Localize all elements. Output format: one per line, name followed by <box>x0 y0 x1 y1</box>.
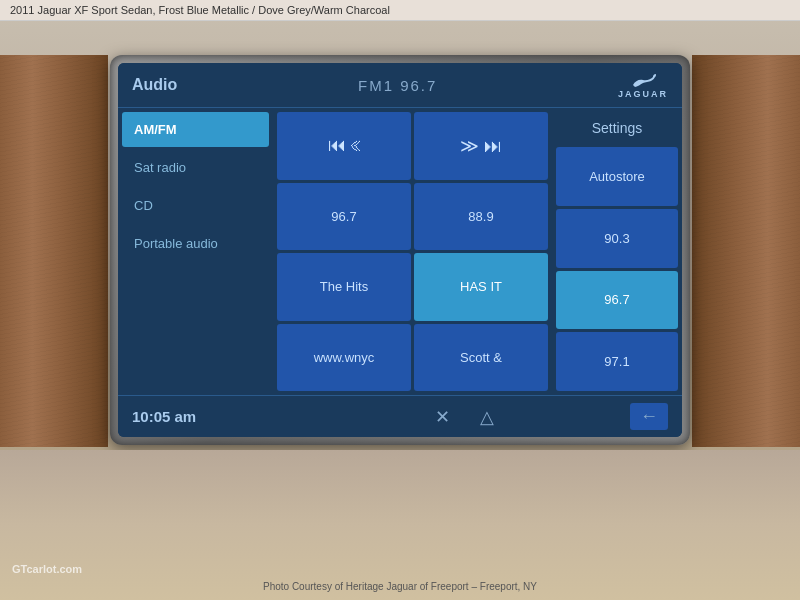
tools-icon[interactable]: ✕ <box>435 406 450 428</box>
freq-971[interactable]: 97.1 <box>556 332 678 391</box>
center-area: ⏮ ≪ ≫ ⏭ 96.7 88.9 <box>273 108 552 395</box>
freq-row: 96.7 88.9 <box>277 183 548 251</box>
audio-label: Audio <box>132 76 177 94</box>
jaguar-cat-icon <box>629 71 657 89</box>
screen-bezel: Audio FM1 96.7 JAGUAR AM/FM <box>110 55 690 445</box>
fm-info: FM1 96.7 <box>358 77 437 94</box>
screen-body: AM/FM Sat radio CD Portable audio <box>118 108 682 395</box>
menu-item-cd[interactable]: CD <box>122 188 269 223</box>
wood-trim-right <box>692 55 800 447</box>
freq-903[interactable]: 90.3 <box>556 209 678 268</box>
photo-frame: 2011 Jaguar XF Sport Sedan, Frost Blue M… <box>0 0 800 600</box>
brand-label: JAGUAR <box>618 89 668 99</box>
freq-889[interactable]: 88.9 <box>414 183 548 251</box>
top-bar: 2011 Jaguar XF Sport Sedan, Frost Blue M… <box>0 0 800 21</box>
station-wnyc[interactable]: www.wnyc <box>277 324 411 392</box>
screen: Audio FM1 96.7 JAGUAR AM/FM <box>118 63 682 437</box>
prev-button[interactable]: ⏮ ≪ <box>277 112 411 180</box>
warning-icon[interactable]: △ <box>480 406 494 428</box>
jaguar-logo: JAGUAR <box>618 71 668 99</box>
footer-icons: ✕ △ <box>298 406 630 428</box>
freq-967-right[interactable]: 96.7 <box>556 271 678 330</box>
bottom-area <box>0 450 800 600</box>
autostore-button[interactable]: Autostore <box>556 147 678 206</box>
bottom-caption: Photo Courtesy of Heritage Jaguar of Fre… <box>0 581 800 592</box>
station-thehits[interactable]: The Hits <box>277 253 411 321</box>
settings-label: Settings <box>556 112 678 144</box>
next-button[interactable]: ≫ ⏭ <box>414 112 548 180</box>
menu-item-satradio[interactable]: Sat radio <box>122 150 269 185</box>
car-title: 2011 Jaguar XF Sport Sedan, Frost Blue M… <box>10 4 390 16</box>
station-scott[interactable]: Scott & <box>414 324 548 392</box>
station-row-2: www.wnyc Scott & <box>277 324 548 392</box>
menu-item-amfm[interactable]: AM/FM <box>122 112 269 147</box>
time-display: 10:05 am <box>132 408 298 425</box>
station-hasit[interactable]: HAS IT <box>414 253 548 321</box>
station-row-1: The Hits HAS IT <box>277 253 548 321</box>
controls-row: ⏮ ≪ ≫ ⏭ <box>277 112 548 180</box>
menu-item-portable[interactable]: Portable audio <box>122 226 269 261</box>
wood-trim-left <box>0 55 108 447</box>
back-button[interactable]: ← <box>630 403 668 430</box>
screen-footer: 10:05 am ✕ △ ← <box>118 395 682 437</box>
right-panel: Settings Autostore 90.3 96.7 97.1 <box>552 108 682 395</box>
watermark: GTcarlot.com <box>12 563 82 575</box>
screen-header: Audio FM1 96.7 JAGUAR <box>118 63 682 108</box>
left-menu: AM/FM Sat radio CD Portable audio <box>118 108 273 395</box>
freq-967[interactable]: 96.7 <box>277 183 411 251</box>
